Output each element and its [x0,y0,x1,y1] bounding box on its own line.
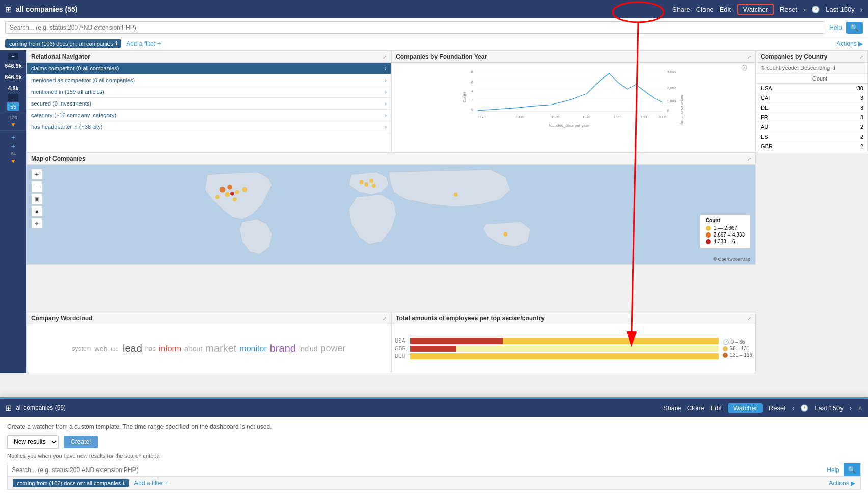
word-includ[interactable]: includ [299,345,318,353]
chart-header: Companies by Foundation Year ⤢ [392,51,755,63]
map-lasso-button[interactable]: ✈ [31,218,42,229]
filter-tag-text: coming from (106) docs on: all companies [9,41,113,47]
svg-point-35 [360,180,364,184]
svg-text:8: 8 [471,70,473,74]
wordcloud-header: Company Wordcloud ⤢ [27,312,391,324]
rel-nav-list: claims competitor (0 all companies) › me… [27,63,391,133]
rel-nav-expand-icon[interactable]: ⤢ [383,54,387,60]
word-inform[interactable]: inform [159,344,181,353]
search-button[interactable]: 🔍 [846,22,863,34]
svg-text:1,000: 1,000 [667,99,676,103]
table-row: CAI3 [756,93,867,103]
plus-icon-1[interactable]: + [11,133,15,141]
svg-text:2: 2 [471,98,473,102]
word-power[interactable]: power [320,343,345,354]
nav-next-icon[interactable]: › [861,6,863,13]
country-header: Companies by Country ⤢ [756,51,867,63]
map-expand-icon[interactable]: ⤢ [747,156,751,162]
plus-icon-2[interactable]: + [11,142,15,150]
svg-text:2,000: 2,000 [667,86,676,90]
rel-nav-item-3[interactable]: secured (0 Investments) › [27,98,391,110]
rel-nav-header: Relational Navigator ⤢ [27,51,391,63]
filter-tag[interactable]: coming from (106) docs on: all companies… [5,39,121,48]
employee-expand-icon[interactable]: ⤢ [747,316,751,321]
sidebar-count-1: 55 [7,102,19,111]
employee-header: Total amounts of employees per top secto… [392,312,755,324]
svg-point-34 [230,192,234,196]
map-title: Map of Companies [31,155,86,162]
reset-link[interactable]: Reset [780,6,797,13]
svg-text:Count: Count [462,91,467,102]
actions-link[interactable]: Actions ▶ [836,40,863,47]
panels-grid: Relational Navigator ⤢ claims competitor… [26,50,868,373]
employee-content: USA GBR DEU [392,324,755,373]
country-name: HU [756,151,808,153]
word-market[interactable]: market [205,343,236,354]
search-input[interactable] [5,21,825,34]
word-about[interactable]: about [184,345,202,353]
edit-link[interactable]: Edit [720,6,731,13]
rel-nav-content: claims competitor (0 all companies) › me… [27,63,391,152]
collapse-button-2[interactable]: − [8,94,18,101]
svg-point-40 [503,232,507,237]
map-square-button[interactable]: ■ [31,205,42,217]
add-filter-button[interactable]: Add a filter + [126,40,161,47]
word-web[interactable]: web [95,345,108,353]
legend-item-0: 1 — 2.667 [706,225,745,231]
word-monitor[interactable]: monitor [239,344,266,353]
chart-title: Companies by Foundation Year [396,53,487,60]
grid-icon: ⊞ [5,5,12,14]
sort-icon[interactable]: ⇅ [761,65,765,71]
sidebar-stat-2: 646.9k [5,72,22,82]
left-sidebar: − 646.9k 646.9k 4.8k − 55 123 ▼ + + 64 ▼ [0,50,26,373]
zoom-out-button[interactable]: − [31,181,42,192]
rel-nav-label-4: category (~16 company_category) [31,112,116,118]
rel-nav-label-2: mentioned in (159 all articles) [31,89,104,95]
svg-point-33 [227,185,232,190]
svg-text:1879: 1879 [478,115,486,119]
nav-prev-icon[interactable]: ‹ [803,6,805,13]
country-expand-icon[interactable]: ⤢ [859,54,863,60]
map-panel: Map of Companies ⤢ + − ▣ ■ ✈ [26,152,756,265]
word-brand[interactable]: brand [270,343,296,354]
svg-point-31 [215,195,220,199]
filter-icon-1[interactable]: ▼ [10,121,16,128]
rel-nav-item-2[interactable]: mentioned in (159 all articles) › [27,86,391,98]
rel-nav-item-1[interactable]: menioned as competitor (0 all companies)… [27,74,391,86]
map-legend: Count 1 — 2.667 2.667 – 4.333 4.333 – 6 [700,214,750,249]
rel-nav-item-4[interactable]: category (~16 company_category) › [27,110,391,121]
table-row: AU2 [756,122,867,132]
wordcloud-panel: Company Wordcloud ⤢ system web tool lead… [26,312,391,373]
legend-range-0: 0 – 66 [731,339,745,345]
word-system[interactable]: system [72,345,92,352]
country-count: 30 [808,84,867,93]
wordcloud-expand-icon[interactable]: ⤢ [383,316,387,321]
map-mode-button[interactable]: ▣ [31,193,42,204]
rel-nav-label-3: secured (0 Investments) [31,100,91,107]
clone-link[interactable]: Clone [696,6,714,13]
legend-item-2: 4.333 – 6 [706,239,745,244]
stat-value-1: 646.9k [5,63,22,69]
chart-expand-icon[interactable]: ⤢ [747,54,751,60]
zoom-in-button[interactable]: + [31,169,42,180]
watcher-button[interactable]: Watcher [737,4,774,15]
svg-text:founded_date per year: founded_date per year [549,123,589,128]
country-sort: ⇅ countrycode: Descending ℹ [756,63,867,74]
help-link[interactable]: Help [829,24,842,31]
word-has[interactable]: has [145,345,156,352]
legend-dot-0 [706,226,711,231]
share-link[interactable]: Share [672,6,690,13]
word-tool[interactable]: tool [111,346,120,352]
svg-text:6: 6 [471,80,473,84]
map-controls: + − ▣ ■ ✈ [31,169,42,229]
chart-collapse-icon[interactable]: ∧ [741,65,747,72]
time-range[interactable]: Last 150y [826,6,854,13]
collapse-button-top[interactable]: − [8,53,18,60]
top-bar-right: Share Clone Edit Watcher Reset ‹ 🕐 Last … [672,4,863,15]
filter-icon-2[interactable]: ▼ [10,158,16,165]
stat-value-2: 646.9k [5,74,22,80]
rel-nav-arrow-3: › [385,100,387,107]
word-lead[interactable]: lead [123,343,142,354]
rel-nav-item-0[interactable]: claims competitor (0 all companies) › [27,63,391,74]
rel-nav-item-5[interactable]: has headquarter in (~38 city) › [27,121,391,133]
